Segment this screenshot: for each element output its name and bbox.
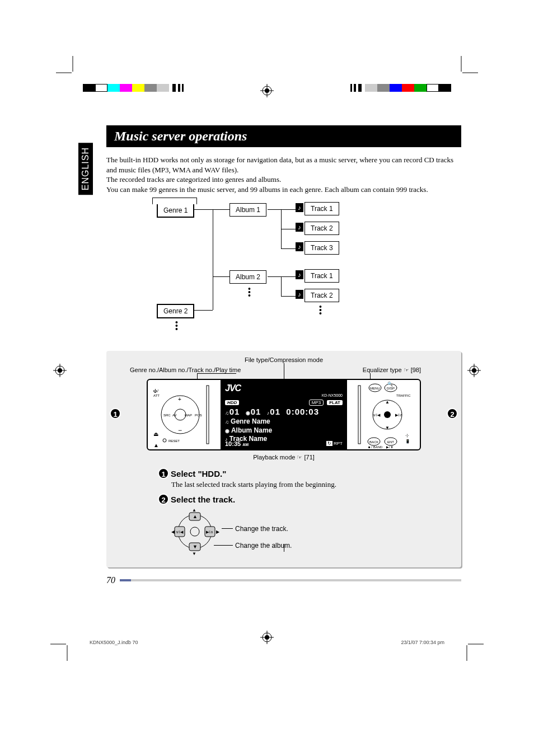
flat-badge: FLAT xyxy=(327,400,343,405)
track-counter: ♫01 ◉01 ♪01 0:00:03 xyxy=(225,407,343,416)
step-number-2: 2 xyxy=(158,494,169,505)
callout-label: Genre no./Album no./Track no./Play time xyxy=(130,367,241,373)
page-number-bar: 70 xyxy=(106,575,461,585)
svg-point-31 xyxy=(384,411,391,418)
svg-text:▶: ▶ xyxy=(216,529,220,534)
page-title: Music server operations xyxy=(106,125,461,147)
crop-mark xyxy=(50,638,73,661)
svg-text:−: − xyxy=(178,426,182,434)
svg-text:▼: ▼ xyxy=(193,544,198,550)
mini-control-diagram: ▲ ▼ ∨⦀◀ ▶⦀∧ ▲ ▼ ◀ ▶ Change the track. Ch… xyxy=(171,508,455,558)
svg-text:ENT: ENT xyxy=(387,440,394,444)
step-title: Select "HDD." xyxy=(171,469,226,478)
svg-text:BACK: BACK xyxy=(369,440,378,444)
svg-text:SRC: SRC xyxy=(163,414,171,417)
svg-text:■ / BAND: ■ / BAND xyxy=(368,445,383,449)
svg-point-18 xyxy=(163,439,166,442)
svg-text:POS: POS xyxy=(195,414,202,417)
track-box: Track 2 xyxy=(305,222,339,235)
svg-text:⏻/: ⏻/ xyxy=(153,389,158,393)
svg-text:⏏: ⏏ xyxy=(153,431,158,437)
callout-label: File type/Compression mode xyxy=(245,356,323,363)
callout-label: Playback mode ☞ [71] xyxy=(253,454,315,461)
track-box: Track 3 xyxy=(305,241,339,255)
svg-text:▶⦀∧: ▶⦀∧ xyxy=(206,530,213,534)
svg-text:ATT: ATT xyxy=(153,394,160,397)
genre-box: Genre 1 xyxy=(157,203,194,218)
note-icon: ♪ xyxy=(296,270,303,279)
svg-text:MENU: MENU xyxy=(370,387,380,390)
hdd-badge: HDD xyxy=(225,400,239,405)
album-box: Album 2 xyxy=(229,270,266,284)
device-left-panel: + − SRC AV MAP POS ⏻/ ATT RESET ⏏ ▲ xyxy=(148,380,221,449)
svg-text:+: + xyxy=(178,396,181,402)
svg-rect-22 xyxy=(207,386,209,444)
svg-text:▲: ▲ xyxy=(153,442,159,448)
svg-text:▶/⏸: ▶/⏸ xyxy=(386,445,394,449)
device-illustration: + − SRC AV MAP POS ⏻/ ATT RESET ⏏ ▲ xyxy=(147,379,421,450)
svg-text:∨⦀◀: ∨⦀◀ xyxy=(373,413,381,417)
svg-text:MAP: MAP xyxy=(185,414,192,417)
genre-box: Genre 2 xyxy=(157,304,194,318)
note-icon: ♪ xyxy=(296,203,303,212)
svg-text:▲: ▲ xyxy=(193,514,198,519)
svg-text:TRAFFIC: TRAFFIC xyxy=(396,394,411,397)
registration-icon xyxy=(467,364,481,377)
svg-text:▶⦀∧: ▶⦀∧ xyxy=(395,413,402,417)
device-right-panel: MENU DISP TRAFFIC 🔍 ▲ ▼ ∨⦀◀ ▶⦀∧ BACK ENT… xyxy=(347,380,420,449)
svg-text:◀: ◀ xyxy=(171,529,175,534)
print-footer: KDNX5000_J.indb 70 23/1/07 7:00:34 pm xyxy=(90,640,444,645)
svg-text:▲: ▲ xyxy=(192,508,196,513)
jvc-logo: JVC xyxy=(225,383,343,393)
svg-point-3 xyxy=(265,635,269,640)
svg-point-5 xyxy=(58,368,62,373)
svg-point-45 xyxy=(190,527,199,536)
track-box: Track 1 xyxy=(305,202,339,215)
svg-text:🔍: 🔍 xyxy=(387,381,393,387)
track-box: Track 2 xyxy=(305,289,339,302)
svg-text:⊹: ⊹ xyxy=(405,433,409,438)
hierarchy-diagram: Genre 1 Genre 2 Album 1 Album 2 ♪ Track … xyxy=(157,198,461,349)
album-box: Album 1 xyxy=(229,203,266,217)
device-callout-panel: File type/Compression mode Genre no./Alb… xyxy=(106,351,461,567)
mp3-badge: MP3 xyxy=(309,400,324,406)
callout-label: Equalizer type ☞ [98] xyxy=(363,367,421,374)
svg-text:📱: 📱 xyxy=(405,439,410,444)
svg-point-7 xyxy=(472,368,476,373)
svg-text:AV: AV xyxy=(172,414,177,417)
note-icon: ♪ xyxy=(296,223,303,232)
svg-text:▼: ▼ xyxy=(192,551,196,555)
registration-icon xyxy=(53,364,67,377)
note-icon: ♪ xyxy=(296,290,303,299)
callout-number-2: 2 xyxy=(447,408,458,419)
svg-text:▲: ▲ xyxy=(385,400,390,405)
svg-text:DISP: DISP xyxy=(387,387,395,390)
note-icon: ♪ xyxy=(296,242,303,251)
svg-text:∨⦀◀: ∨⦀◀ xyxy=(176,530,184,534)
step-title: Select the track. xyxy=(171,495,235,504)
step-body: The last selected track starts playing f… xyxy=(171,480,455,489)
callout-number-1: 1 xyxy=(110,408,121,419)
svg-text:▼: ▼ xyxy=(385,425,390,430)
svg-text:RESET: RESET xyxy=(168,439,180,443)
crop-mark xyxy=(461,638,484,661)
svg-rect-23 xyxy=(358,386,360,444)
track-box: Track 1 xyxy=(305,269,339,283)
intro-text: The built-in HDD works not only as stora… xyxy=(106,155,461,194)
step-number-1: 1 xyxy=(158,468,169,479)
